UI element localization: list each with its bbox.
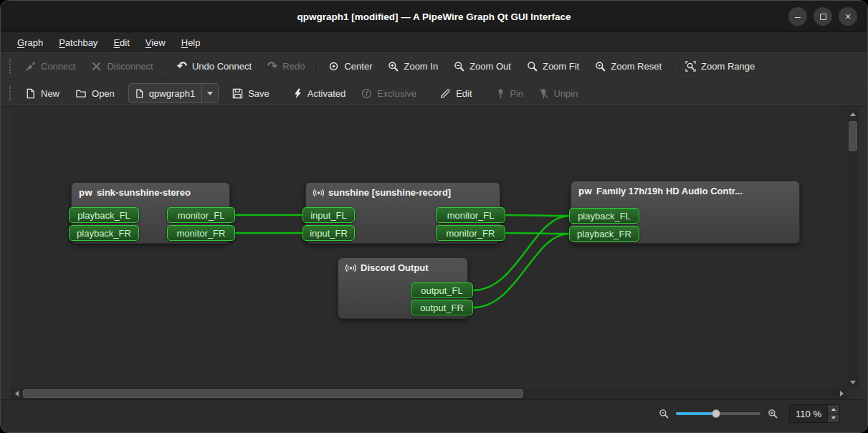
zoom-spinbox[interactable]: 110 %	[789, 404, 840, 423]
arrow-down-icon	[850, 381, 856, 384]
audio-port-input[interactable]: playback_FL	[69, 207, 139, 223]
vertical-scroll-thumb[interactable]	[849, 121, 857, 151]
audio-port-input[interactable]: input_FR	[302, 225, 355, 241]
zoom-range-button[interactable]: Zoom Range	[677, 55, 763, 77]
patchbay-selector-combo[interactable]: qpwgraph1	[128, 83, 219, 103]
zoom-slider[interactable]	[676, 408, 760, 419]
zoom-in-icon[interactable]	[768, 409, 778, 419]
node-title: pw Family 17h/19h HD Audio Contr...	[571, 181, 799, 198]
toolbar-handle[interactable]	[9, 59, 11, 73]
menubar: Graph Patchbay Edit View Help	[1, 32, 867, 52]
zoom-value[interactable]: 110 %	[790, 405, 827, 422]
save-icon	[232, 88, 243, 99]
undo-connect-button[interactable]: ↶ Undo Connect	[169, 55, 259, 77]
zoom-range-icon	[685, 61, 696, 72]
minimize-button[interactable]: –	[788, 7, 807, 26]
scroll-left-button[interactable]	[11, 388, 22, 399]
node-title: sunshine [sunshine-record]	[306, 183, 500, 199]
center-label: Center	[344, 61, 372, 72]
center-button[interactable]: Center	[320, 55, 380, 77]
graph-canvas[interactable]: pw sink-sunshine-stereo playback_FL play…	[11, 108, 847, 388]
connection-wire	[505, 233, 569, 234]
zoom-reset-button[interactable]: Zoom Reset	[587, 55, 669, 77]
toolbar-separator	[673, 58, 674, 74]
menu-graph[interactable]: Graph	[9, 32, 51, 52]
connection-wire	[505, 215, 569, 216]
toolbar-handle[interactable]	[9, 86, 11, 100]
connection-wires	[11, 108, 847, 388]
audio-port-output[interactable]: monitor_FL	[436, 207, 505, 223]
undo-connect-label: Undo Connect	[192, 61, 252, 72]
scroll-down-button[interactable]	[847, 376, 859, 388]
zoom-in-label: Zoom In	[404, 61, 438, 72]
disconnect-label: Disconnect	[107, 61, 153, 72]
redo-icon: ↷	[267, 60, 277, 72]
audio-port-output[interactable]: monitor_FR	[436, 225, 505, 241]
redo-button[interactable]: ↷ Redo	[259, 55, 313, 77]
connect-label: Connect	[41, 61, 75, 72]
graph-scroll-area: pw sink-sunshine-stereo playback_FL play…	[11, 108, 859, 399]
spin-up-button[interactable]	[828, 405, 839, 414]
unpin-icon	[539, 88, 548, 99]
scroll-right-button[interactable]	[836, 388, 847, 399]
node-title-text: sink-sunshine-stereo	[97, 187, 191, 198]
audio-port-output[interactable]: monitor_FR	[167, 225, 235, 241]
audio-port-output[interactable]: monitor_FL	[167, 207, 235, 223]
arrow-left-icon	[15, 391, 19, 396]
spin-down-button[interactable]	[828, 414, 839, 423]
disconnect-button[interactable]: Disconnect	[83, 55, 161, 77]
open-folder-icon	[75, 88, 87, 99]
combo-dropdown[interactable]	[201, 84, 213, 103]
toolbar-separator	[281, 85, 282, 101]
exclusive-label: Exclusive	[377, 88, 416, 99]
vertical-scrollbar[interactable]	[847, 108, 859, 388]
menu-patchbay[interactable]: Patchbay	[51, 32, 105, 52]
audio-port-output[interactable]: output_FR	[411, 300, 473, 315]
save-patchbay-button[interactable]: Save	[224, 82, 277, 104]
audio-port-output[interactable]: output_FL	[411, 282, 473, 298]
edit-toggle[interactable]: Edit	[432, 82, 480, 104]
zoom-out-label: Zoom Out	[469, 61, 511, 72]
zoom-out-icon	[454, 61, 464, 72]
maximize-button[interactable]	[814, 7, 832, 26]
pin-label: Pin	[510, 88, 524, 99]
center-icon	[328, 61, 339, 72]
menu-edit[interactable]: Edit	[105, 32, 137, 52]
save-label: Save	[248, 88, 270, 99]
scrollbar-corner	[847, 388, 859, 399]
zoom-out-button[interactable]: Zoom Out	[446, 55, 519, 77]
graph-toolbar: Connect Disconnect ↶ Undo Connect ↷ Redo…	[1, 52, 867, 80]
zoom-slider-fill	[676, 412, 713, 415]
zoom-reset-label: Zoom Reset	[611, 61, 662, 72]
zoom-in-button[interactable]: Zoom In	[380, 55, 446, 77]
menu-graph-label: Graph	[17, 37, 43, 48]
horizontal-scrollbar[interactable]	[11, 388, 847, 399]
close-icon: ×	[845, 11, 851, 22]
audio-port-input[interactable]: playback_FL	[569, 208, 639, 224]
open-patchbay-button[interactable]: Open	[67, 82, 123, 104]
unpin-button[interactable]: Unpin	[531, 82, 586, 104]
zoom-fit-button[interactable]: Zoom Fit	[519, 55, 587, 77]
exclusive-icon: f	[361, 88, 372, 99]
unpin-label: Unpin	[553, 88, 578, 99]
activated-toggle[interactable]: Activated	[285, 82, 353, 104]
close-button[interactable]: ×	[839, 7, 857, 26]
menu-edit-label: Edit	[113, 37, 129, 48]
zoom-slider-handle[interactable]	[712, 409, 720, 418]
pencil-icon	[440, 88, 451, 99]
horizontal-scroll-thumb[interactable]	[23, 389, 523, 398]
pin-button[interactable]: Pin	[488, 82, 532, 104]
zoom-out-icon[interactable]	[659, 409, 669, 419]
scroll-up-button[interactable]	[847, 108, 859, 120]
menu-view[interactable]: View	[138, 32, 173, 52]
toolbar-separator	[316, 58, 317, 74]
new-patchbay-button[interactable]: New	[17, 82, 67, 104]
titlebar[interactable]: qpwgraph1 [modified] — A PipeWire Graph …	[1, 1, 867, 32]
connect-button[interactable]: Connect	[17, 55, 83, 77]
audio-port-input[interactable]: playback_FR	[69, 225, 139, 241]
node-title-text: Family 17h/19h HD Audio Contr...	[596, 186, 743, 196]
audio-port-input[interactable]: input_FL	[302, 207, 355, 223]
exclusive-toggle[interactable]: f Exclusive	[353, 82, 424, 104]
audio-port-input[interactable]: playback_FR	[569, 226, 639, 242]
menu-help[interactable]: Help	[173, 32, 209, 52]
